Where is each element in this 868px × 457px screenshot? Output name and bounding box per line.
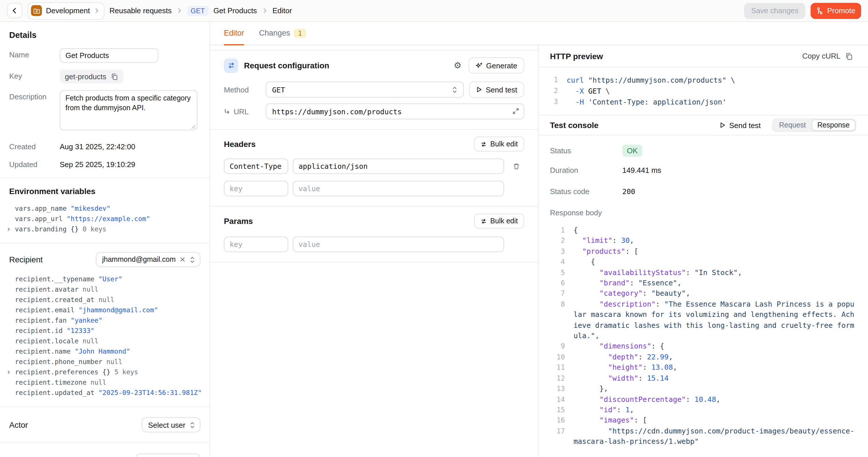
- code-content: "category": "beauty",: [574, 288, 857, 299]
- details-title: Details: [9, 30, 200, 40]
- details-sidebar: Details Name Key get-products Descriptio…: [0, 22, 210, 457]
- expand-chevron-icon[interactable]: ›: [7, 367, 10, 376]
- line-number: 13: [550, 384, 565, 394]
- toggle-request[interactable]: Request: [773, 119, 811, 131]
- headers-section: Headers Bulk edit: [210, 129, 538, 206]
- params-title: Params: [224, 216, 253, 225]
- breadcrumb-project[interactable]: Development: [28, 2, 104, 19]
- line-number: 17: [550, 426, 565, 436]
- trash-icon: [513, 162, 520, 170]
- actor-title: Actor: [9, 420, 28, 429]
- http-preview-panel: HTTP preview Copy cURL 1curl "https://du…: [538, 45, 868, 457]
- code-line: 3 "products": [: [550, 246, 857, 257]
- status-row: Status OK: [550, 145, 857, 157]
- chevron-right-icon: [177, 8, 182, 13]
- created-label: Created: [9, 140, 60, 151]
- status-badge: OK: [622, 145, 642, 157]
- code-line: 9 "dimensions": {: [550, 341, 857, 352]
- console-send-test-button[interactable]: Send test: [716, 120, 764, 130]
- headers-bulk-edit-button[interactable]: Bulk edit: [474, 136, 524, 152]
- line-number: 12: [550, 373, 565, 384]
- param-key-input[interactable]: [224, 237, 288, 252]
- recipient-select[interactable]: jhammond@gmail.com: [96, 252, 200, 267]
- status-code-row: Status code 200: [550, 187, 857, 196]
- recipient-header: Recipient jhammond@gmail.com: [9, 252, 200, 267]
- request-response-toggle: Request Response: [772, 118, 857, 132]
- header-key-input[interactable]: [224, 158, 288, 174]
- tab-changes[interactable]: Changes 1: [259, 22, 306, 45]
- duration-row: Duration 149.441 ms: [550, 166, 857, 175]
- breadcrumb-requests[interactable]: Reusable requests: [110, 6, 172, 15]
- key-pill: get-products: [60, 69, 124, 83]
- clear-icon[interactable]: [180, 256, 185, 263]
- variable-key: recipient.phone_number: [15, 358, 102, 366]
- chevron-right-icon: [262, 8, 267, 13]
- code-content: "description": "The Essence Mascara Lash…: [574, 299, 857, 341]
- params-bulk-edit-button[interactable]: Bulk edit: [474, 214, 524, 228]
- header-value-input[interactable]: [293, 158, 504, 174]
- code-content: "dimensions": {: [574, 341, 857, 352]
- generate-button[interactable]: Generate: [468, 57, 524, 73]
- code-content: "images": [: [574, 415, 857, 426]
- expand-icon[interactable]: [512, 108, 520, 117]
- param-value-input[interactable]: [293, 237, 504, 252]
- tenant-select[interactable]: Select tenant: [135, 454, 200, 457]
- toggle-response[interactable]: Response: [811, 119, 856, 131]
- code-content: {: [574, 256, 857, 267]
- main-area: Editor Changes 1 Request configur: [210, 22, 868, 457]
- method-select[interactable]: GET: [266, 82, 464, 98]
- variable-row: recipient.fan"yankee": [9, 315, 200, 326]
- key-row: Key get-products: [9, 69, 200, 83]
- name-input[interactable]: [60, 48, 158, 63]
- send-test-button[interactable]: Send test: [469, 82, 524, 98]
- name-row: Name: [9, 48, 200, 63]
- method-badge: GET: [187, 5, 208, 16]
- save-changes-button[interactable]: Save changes: [744, 3, 805, 19]
- details-section: Details Name Key get-products Descriptio…: [0, 22, 210, 178]
- code-line: 17 "https://cdn.dummyjson.com/product-im…: [550, 426, 857, 447]
- test-console-header: Test console Send test Request Response: [538, 115, 868, 135]
- code-line: 6 "brand": "Essence",: [550, 278, 857, 288]
- chevron-up-down-icon: [189, 421, 195, 429]
- line-number: 7: [550, 288, 565, 299]
- variable-key: recipient.id: [15, 327, 63, 335]
- code-content: curl "https://dummyjson.com/products" \: [567, 74, 857, 86]
- description-textarea[interactable]: Fetch products from a specific category …: [60, 90, 197, 130]
- back-button[interactable]: [7, 3, 22, 19]
- actor-select[interactable]: Select user: [142, 417, 200, 432]
- line-number: 5: [550, 267, 565, 278]
- editor-panels: Request configuration ⚙ Generate Method: [210, 45, 868, 457]
- delete-header-button[interactable]: [508, 158, 524, 174]
- response-body-json: 1{2 "limit": 30,3 "products": [4 {5 "ava…: [538, 222, 868, 457]
- breadcrumb-request-name[interactable]: Get Products: [213, 6, 257, 15]
- variable-key: recipient.email: [15, 306, 74, 314]
- code-content: "height": 13.08,: [574, 363, 857, 373]
- folder-icon: [31, 5, 42, 16]
- curl-preview-code: 1curl "https://dummyjson.com/products" \…: [538, 67, 868, 115]
- code-line: 7 "category": "beauty",: [550, 288, 857, 299]
- copy-icon[interactable]: [111, 72, 119, 80]
- http-preview-header: HTTP preview Copy cURL: [538, 45, 868, 67]
- status-code-value: 200: [622, 187, 635, 196]
- code-content: -X GET \: [567, 86, 857, 96]
- status-code-label: Status code: [550, 187, 622, 196]
- copy-curl-label: Copy cURL: [802, 52, 840, 60]
- variable-value: "mikesdev": [71, 204, 111, 212]
- settings-button[interactable]: ⚙: [453, 60, 463, 71]
- url-input[interactable]: [266, 103, 524, 119]
- expand-chevron-icon[interactable]: ›: [7, 224, 10, 233]
- console-send-test-label: Send test: [729, 121, 761, 129]
- promote-button[interactable]: Promote: [811, 3, 861, 19]
- header-value-input[interactable]: [293, 181, 504, 196]
- variable-key: vars.app_url: [15, 215, 63, 223]
- status-label: Status: [550, 146, 622, 155]
- line-number: 9: [550, 341, 565, 352]
- variable-row: recipient.email"jhammond@gmail.com": [9, 305, 200, 315]
- chevron-up-down-icon: [189, 256, 195, 263]
- code-line: 4 {: [550, 256, 857, 267]
- tab-editor[interactable]: Editor: [224, 22, 244, 45]
- corner-down-right-icon: [224, 108, 230, 115]
- copy-curl-button[interactable]: Copy cURL: [799, 51, 857, 61]
- header-key-input[interactable]: [224, 181, 288, 196]
- variable-row: recipient.created_atnull: [9, 295, 200, 305]
